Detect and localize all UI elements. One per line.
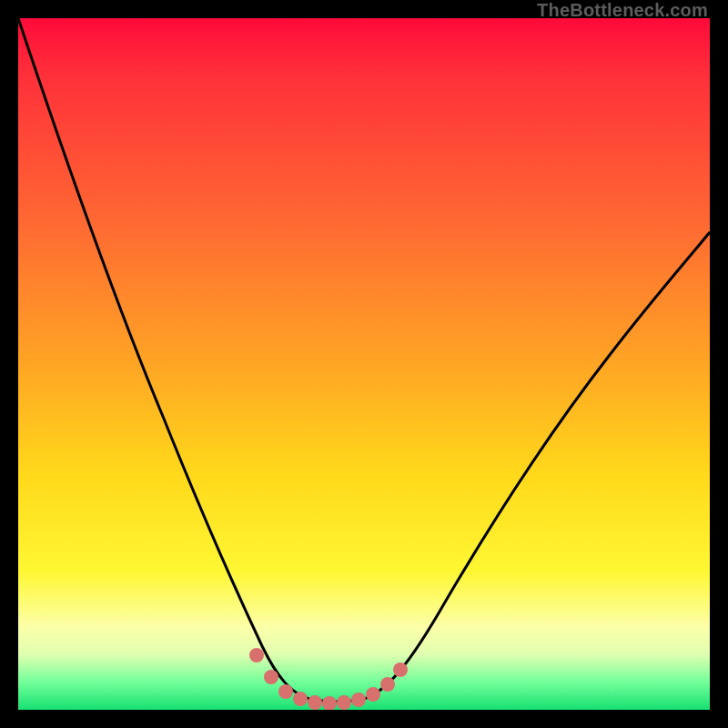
bottleneck-chart-svg [18,18,710,710]
marker-dot [249,648,264,662]
plot-area [18,18,710,710]
marker-dot [293,692,308,706]
marker-dot [278,684,293,699]
marker-dots-group [249,648,408,710]
chart-frame: TheBottleneck.com [0,0,728,728]
marker-dot [351,693,366,707]
marker-dot [380,677,395,692]
marker-dot [393,662,408,677]
marker-dot [308,695,322,710]
marker-dot [337,695,351,710]
marker-dot [264,670,278,684]
bottleneck-curve [18,18,710,702]
marker-dot [322,696,337,710]
marker-dot [366,687,380,702]
